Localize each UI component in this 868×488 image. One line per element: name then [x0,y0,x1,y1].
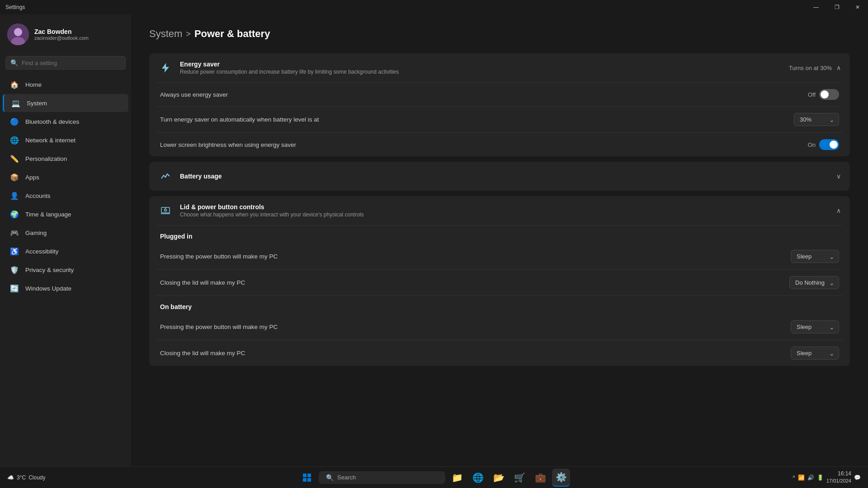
taskbar-settings-icon[interactable]: ⚙️ [552,469,570,487]
sidebar-item-bluetooth[interactable]: 🔵 Bluetooth & devices [3,113,128,131]
auto-turn-on-label: Turn energy saver on automatically when … [160,116,319,123]
avatar [7,23,29,45]
sidebar-item-time[interactable]: 🌍 Time & language [3,205,128,223]
system-icon: 💻 [11,99,20,108]
plugged-power-dropdown[interactable]: Sleep Do nothing Hibernate Shut down [791,250,839,263]
sidebar-label-apps: Apps [25,174,39,181]
lid-power-meta: ∧ [836,207,841,214]
sidebar-label-system: System [27,100,47,107]
taskbar-browser-icon[interactable]: 🌐 [469,469,487,487]
lower-brightness-toggle[interactable] [819,139,839,150]
svg-rect-9 [303,478,307,482]
personalization-icon: ✏️ [10,154,19,163]
search-box[interactable]: 🔍 [5,56,126,70]
lid-power-header[interactable]: Lid & power button controls Choose what … [149,196,850,225]
plugged-power-label: Pressing the power button will make my P… [160,253,278,260]
sidebar-item-home[interactable]: 🏠 Home [3,75,128,94]
battery-usage-meta: ∨ [836,173,841,180]
always-use-toggle-wrapper: Off [808,89,839,100]
sidebar-item-apps[interactable]: 📦 Apps [3,168,128,186]
titlebar: Settings — ❐ ✕ [0,0,868,14]
sidebar-item-accessibility[interactable]: ♿ Accessibility [3,242,128,260]
weather-icon: ☁️ [7,474,14,481]
sidebar-item-gaming[interactable]: 🎮 Gaming [3,224,128,242]
sidebar-label-home: Home [25,81,42,88]
sidebar-item-network[interactable]: 🌐 Network & internet [3,131,128,149]
energy-saver-title: Energy saver [180,61,782,68]
sidebar-item-accounts[interactable]: 👤 Accounts [3,187,128,205]
lid-power-title-group: Lid & power button controls Choose what … [180,203,829,218]
window-title: Settings [5,4,25,10]
sidebar-label-network: Network & internet [25,137,75,144]
battery-usage-title: Battery usage [180,173,829,180]
energy-saver-card: Energy saver Reduce power consumption an… [149,53,850,156]
volume-icon[interactable]: 🔊 [807,474,814,481]
plugged-power-dropdown-wrapper: Sleep Do nothing Hibernate Shut down [791,250,839,263]
user-profile[interactable]: Zac Bowden zacinsider@outlook.com [0,14,131,52]
sidebar-label-update: Windows Update [25,285,71,292]
wifi-icon[interactable]: 📶 [798,474,805,481]
maximize-button[interactable]: ❐ [826,0,847,14]
user-info: Zac Bowden zacinsider@outlook.com [34,28,89,41]
app-container: Zac Bowden zacinsider@outlook.com 🔍 🏠 Ho… [0,14,868,466]
always-use-row: Always use energy saver Off [149,83,850,106]
update-icon: 🔄 [10,284,19,293]
taskbar-teams-icon[interactable]: 💼 [531,469,549,487]
svg-rect-8 [307,474,311,477]
breadcrumb-parent[interactable]: System [149,28,182,40]
lid-power-icon [158,203,173,218]
taskbar-store-icon[interactable]: 🛒 [510,469,528,487]
taskbar-search[interactable]: 🔍 Search [319,471,445,484]
start-button[interactable] [298,469,316,487]
sidebar: Zac Bowden zacinsider@outlook.com 🔍 🏠 Ho… [0,14,131,466]
accessibility-icon: ♿ [10,247,19,256]
sidebar-label-privacy: Privacy & security [25,267,74,273]
battery-usage-title-group: Battery usage [180,173,829,180]
sidebar-label-gaming: Gaming [25,230,47,236]
sidebar-label-time: Time & language [25,211,71,218]
notification-icon[interactable]: 💬 [854,474,861,481]
taskbar-search-label: Search [337,474,356,481]
tray-up-icon[interactable]: ^ [793,474,795,481]
lid-power-card: Lid & power button controls Choose what … [149,196,850,366]
plugged-lid-row: Closing the lid will make my PC Do Nothi… [149,270,850,296]
auto-turn-on-dropdown[interactable]: 30% 10% 20% 40% 50% [794,113,839,126]
battery-icon[interactable]: 🔋 [817,474,824,481]
sidebar-item-update[interactable]: 🔄 Windows Update [3,279,128,297]
sidebar-item-system[interactable]: 💻 System [3,94,128,112]
lower-brightness-state: On [808,141,816,148]
main-content: System > Power & battery Energy saver Re… [131,14,868,466]
taskbar-search-icon: 🔍 [326,474,334,481]
taskbar-explorer-icon[interactable]: 📂 [490,469,508,487]
accounts-icon: 👤 [10,191,19,200]
energy-saver-icon [158,61,173,75]
energy-saver-header[interactable]: Energy saver Reduce power consumption an… [149,53,850,82]
taskbar: ☁️ 3°C Cloudy 🔍 Search 📁 🌐 📂 🛒 💼 ⚙️ ^ 📶 … [0,466,868,488]
taskbar-left: ☁️ 3°C Cloudy [7,474,49,481]
battery-power-dropdown[interactable]: Sleep Do nothing Hibernate Shut down [791,320,839,333]
battery-lid-dropdown[interactable]: Sleep Do nothing Hibernate Shut down [791,347,839,360]
battery-usage-header[interactable]: Battery usage ∨ [149,162,850,191]
close-button[interactable]: ✕ [847,0,868,14]
bluetooth-icon: 🔵 [10,117,19,126]
apps-icon: 📦 [10,173,19,182]
breadcrumb: System > Power & battery [149,28,850,40]
weather-widget: ☁️ 3°C Cloudy [7,474,49,481]
always-use-toggle[interactable] [819,89,839,100]
sidebar-item-privacy[interactable]: 🛡️ Privacy & security [3,261,128,279]
sidebar-item-personalization[interactable]: ✏️ Personalization [3,150,128,168]
plugged-lid-label: Closing the lid will make my PC [160,279,245,286]
privacy-icon: 🛡️ [10,265,19,274]
battery-usage-icon [158,169,173,183]
taskbar-file-icon[interactable]: 📁 [448,469,466,487]
always-use-state: Off [808,91,816,98]
battery-usage-card: Battery usage ∨ [149,162,850,191]
lower-brightness-toggle-wrapper: On [808,139,839,150]
datetime[interactable]: 16:14 17/01/2024 [826,470,851,484]
lid-power-title: Lid & power button controls [180,203,829,211]
search-input[interactable] [22,60,121,66]
minimize-button[interactable]: — [806,0,826,14]
battery-power-label: Pressing the power button will make my P… [160,324,278,330]
breadcrumb-separator: > [186,29,191,39]
plugged-lid-dropdown[interactable]: Do Nothing Sleep Hibernate Shut down [789,276,839,289]
